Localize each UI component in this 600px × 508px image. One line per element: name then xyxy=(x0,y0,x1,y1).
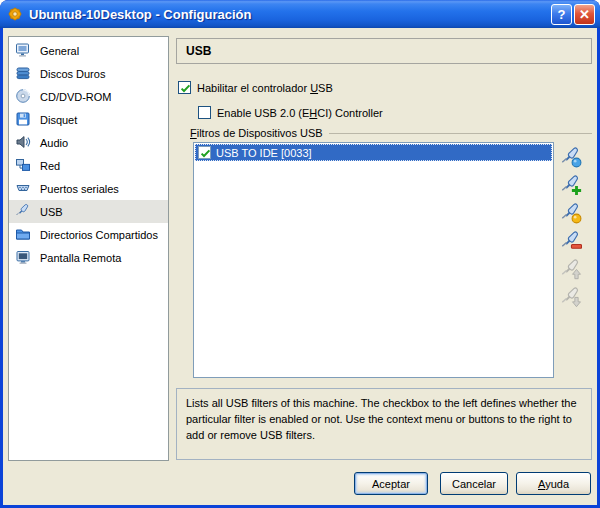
checkbox-label: Habilitar el controlador USB xyxy=(197,82,333,94)
enable-ehci-checkbox-row[interactable]: Enable USB 2.0 (EHCI) Controller xyxy=(198,106,383,119)
help-button[interactable]: Ayuda xyxy=(516,472,591,495)
sidebar-item-red[interactable]: Red xyxy=(9,154,168,177)
enable-usb-controller-checkbox-row[interactable]: Habilitar el controlador USB xyxy=(178,81,333,94)
speaker-icon xyxy=(15,134,31,152)
filter-enabled-checkbox[interactable] xyxy=(198,146,211,159)
sidebar-item-directorios-compartidos[interactable]: Directorios Compartidos xyxy=(9,223,168,246)
sidebar-item-label: CD/DVD-ROM xyxy=(40,91,112,103)
close-button[interactable]: ✕ xyxy=(574,4,595,25)
sidebar-item-usb[interactable]: USB xyxy=(9,200,168,223)
help-button-label: Ayuda xyxy=(538,478,569,490)
monitor-icon xyxy=(15,42,31,60)
usb-filter-add-icon xyxy=(560,174,582,196)
usb-filter-move-down-button xyxy=(559,285,583,309)
usb-filter-move-up-button xyxy=(559,257,583,281)
titlebar[interactable]: Ubuntu8-10Desktop - Configuración ? ✕ xyxy=(0,0,600,28)
usb-filters-group-header: Filtros de Dispositivos USB xyxy=(190,127,592,139)
page-title: USB xyxy=(176,38,592,64)
sidebar-item-label: Disquet xyxy=(40,114,77,126)
floppy-icon xyxy=(15,111,31,129)
settings-category-list: General Discos Duros CD/DVD-ROM Disquet … xyxy=(8,36,169,461)
sidebar-item-audio[interactable]: Audio xyxy=(9,131,168,154)
usb-filter-add-button[interactable] xyxy=(559,173,583,197)
sidebar-item-label: Red xyxy=(40,160,60,172)
usb-filter-remove-icon xyxy=(560,230,582,252)
description-panel: Lists all USB filters of this machine. T… xyxy=(176,388,592,460)
network-icon xyxy=(15,157,31,175)
sidebar-item-disquet[interactable]: Disquet xyxy=(9,108,168,131)
usb-filter-list[interactable]: USB TO IDE [0033] xyxy=(193,142,554,378)
hard-disks-icon xyxy=(15,65,31,83)
group-divider xyxy=(329,133,592,134)
sidebar-item-puertos-seriales[interactable]: Puertos seriales xyxy=(9,177,168,200)
remote-display-icon xyxy=(15,249,31,267)
cancel-button[interactable]: Cancelar xyxy=(440,472,508,495)
check-icon xyxy=(179,82,192,95)
usb-filter-move-up-icon xyxy=(560,258,582,280)
gear-icon xyxy=(7,6,23,22)
sidebar-item-label: Pantalla Remota xyxy=(40,252,121,264)
usb-filter-move-down-icon xyxy=(560,286,582,308)
serial-port-icon xyxy=(15,180,31,198)
help-titlebar-button[interactable]: ? xyxy=(551,4,572,25)
checkbox-label: Enable USB 2.0 (EHCI) Controller xyxy=(217,107,383,119)
usb-plug-icon xyxy=(15,203,31,221)
usb-filter-edit-button[interactable] xyxy=(559,201,583,225)
enable-ehci-checkbox[interactable] xyxy=(198,106,211,119)
sidebar-item-label: Discos Duros xyxy=(40,68,105,80)
sidebar-item-label: Directorios Compartidos xyxy=(40,229,158,241)
sidebar-item-general[interactable]: General xyxy=(9,39,168,62)
usb-filter-remove-button[interactable] xyxy=(559,229,583,253)
filter-button-column xyxy=(559,145,585,313)
enable-usb-controller-checkbox[interactable] xyxy=(178,81,191,94)
sidebar-item-label: General xyxy=(40,45,79,57)
sidebar-item-label: USB xyxy=(40,206,63,218)
filter-name: USB TO IDE [0033] xyxy=(216,147,312,159)
window-title: Ubuntu8-10Desktop - Configuración xyxy=(29,7,549,22)
group-label: Filtros de Dispositivos USB xyxy=(190,127,323,139)
shared-folder-icon xyxy=(15,226,31,244)
usb-filter-new-icon xyxy=(560,146,582,168)
accept-button[interactable]: Aceptar xyxy=(354,472,428,495)
usb-filter-new-button[interactable] xyxy=(559,145,583,169)
sidebar-item-cd-dvd-rom[interactable]: CD/DVD-ROM xyxy=(9,85,168,108)
sidebar-item-discos-duros[interactable]: Discos Duros xyxy=(9,62,168,85)
list-item[interactable]: USB TO IDE [0033] xyxy=(195,144,552,161)
description-text: Lists all USB filters of this machine. T… xyxy=(186,397,577,441)
sidebar-item-label: Puertos seriales xyxy=(40,183,119,195)
usb-filter-edit-icon xyxy=(560,202,582,224)
check-icon xyxy=(199,147,212,160)
settings-dialog: Ubuntu8-10Desktop - Configuración ? ✕ Ge… xyxy=(0,0,600,508)
sidebar-item-label: Audio xyxy=(40,137,68,149)
cd-icon xyxy=(15,88,31,106)
sidebar-item-pantalla-remota[interactable]: Pantalla Remota xyxy=(9,246,168,269)
